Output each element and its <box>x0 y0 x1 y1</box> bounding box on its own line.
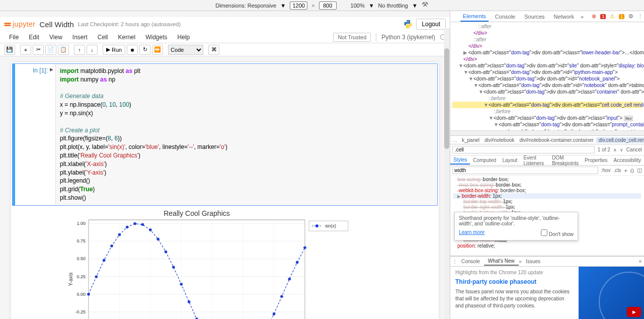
menu-cell[interactable]: Cell <box>93 32 113 42</box>
svg-point-32 <box>149 228 152 231</box>
tab-computed[interactable]: Computed <box>470 156 499 164</box>
copy-icon[interactable]: 📄 <box>45 45 56 55</box>
menu-kernel[interactable]: Kernel <box>113 32 141 42</box>
search-prev-icon[interactable]: ∧ <box>613 147 617 152</box>
tab-layout[interactable]: Layout <box>499 156 520 164</box>
save-icon[interactable]: 💾 <box>4 45 15 55</box>
move-down-icon[interactable]: ↓ <box>87 45 98 55</box>
cut-icon[interactable]: ✂ <box>33 45 44 55</box>
dom-tree[interactable]: ::after</div>::after</div>▶<dom-attr">cl… <box>450 22 644 130</box>
new-style-icon[interactable]: + <box>624 168 627 174</box>
svg-text:Y-axis: Y-axis <box>68 272 73 286</box>
youtube-play-icon[interactable]: ▶ <box>627 307 641 317</box>
menu-help[interactable]: Help <box>173 32 195 42</box>
restart-icon[interactable]: ↻ <box>139 45 150 55</box>
tab-elements[interactable]: Elements <box>460 12 489 22</box>
breadcrumb-item[interactable]: div#notebook-container.container <box>517 137 596 143</box>
drawer: ⋮ Console What's New × Issues × Highligh… <box>450 256 644 319</box>
stop-icon[interactable]: ■ <box>127 45 138 55</box>
dom-breadcrumb[interactable]: …k_paneldiv#notebookdiv#notebook-contain… <box>450 135 644 144</box>
prompt-area: In [1]: ▶ <box>15 64 55 205</box>
dim-x: × <box>311 3 314 9</box>
menu-insert[interactable]: Insert <box>67 32 93 42</box>
warning-icon[interactable]: ⚠ <box>610 13 615 20</box>
tab-dom-breakpoints[interactable]: DOM Breakpoints <box>549 154 582 167</box>
svg-point-41 <box>280 295 283 298</box>
drawer-menu-icon[interactable]: ⋮ <box>452 259 457 264</box>
print-icon[interactable]: ⎙ <box>630 168 634 174</box>
celltype-select[interactable]: Code <box>168 45 203 55</box>
menu-view[interactable]: View <box>44 32 67 42</box>
tab-styles[interactable]: Styles <box>450 156 470 165</box>
tab-accessibility[interactable]: Accessibility <box>611 156 644 164</box>
scrollbar[interactable] <box>444 28 450 319</box>
styles-filter-input[interactable] <box>452 167 598 174</box>
breadcrumb-item[interactable]: div.cell.code_cell.rendered.selected <box>596 137 644 143</box>
dom-search-input[interactable] <box>452 146 595 153</box>
hov-toggle[interactable]: :hov <box>601 168 611 173</box>
run-cell-icon[interactable]: ▶ <box>50 67 53 72</box>
svg-rect-2 <box>89 220 305 319</box>
settings-icon[interactable]: ⚙ <box>628 13 633 20</box>
notebook-container[interactable]: In [1]: ▶ import matplotlib.pyplot as pl… <box>0 56 450 319</box>
search-cancel[interactable]: Cancel <box>626 147 642 152</box>
throttle-select[interactable]: No throttling <box>378 3 408 9</box>
restart-run-icon[interactable]: ⏩ <box>152 45 163 55</box>
tab-properties[interactable]: Properties <box>582 156 611 164</box>
dimensions-label[interactable]: Dimensions: Responsive <box>215 3 276 9</box>
svg-point-26 <box>103 259 106 262</box>
width-input[interactable] <box>290 2 307 10</box>
styles-filter-bar: :hov .cls + ⎙ ◫ <box>450 166 644 176</box>
dont-show-checkbox[interactable] <box>541 229 547 236</box>
add-cell-icon[interactable]: + <box>20 45 31 55</box>
rotate-icon[interactable] <box>422 2 429 9</box>
video-thumbnail[interactable]: ▶ <box>579 267 644 319</box>
drawer-tab-whatsnew[interactable]: What's New <box>484 257 519 266</box>
jupyter-logo[interactable]: jupyter <box>4 20 36 28</box>
whatsnew-highlight: Highlights from the Chrome 120 update <box>455 270 574 275</box>
computed-styles-icon[interactable]: ◫ <box>637 167 642 174</box>
breadcrumb-item[interactable]: div#notebook <box>482 137 517 143</box>
svg-point-0 <box>407 21 407 21</box>
code-editor[interactable]: import matplotlib.pyplot as plt import n… <box>55 64 437 205</box>
error-icon[interactable]: ⊗ <box>592 13 596 20</box>
command-palette-icon[interactable]: ⌘ <box>208 45 219 55</box>
kernel-label[interactable]: Python 3 (ipykernel) <box>381 34 435 41</box>
paste-icon[interactable]: 📋 <box>58 45 69 55</box>
tab-console[interactable]: Console <box>493 12 518 21</box>
run-button[interactable]: ▶ Run <box>103 45 125 55</box>
more-tabs-icon[interactable]: » <box>581 14 584 20</box>
tab-events[interactable]: Event Listeners <box>520 154 549 167</box>
menu-widgets[interactable]: Widgets <box>140 32 172 42</box>
menu-edit[interactable]: Edit <box>24 32 44 42</box>
svg-point-37 <box>188 300 191 303</box>
svg-point-36 <box>180 283 183 286</box>
tab-sources[interactable]: Sources <box>522 12 547 21</box>
jupyter-header: jupyter Cell Width Last Checkpoint: 2 ho… <box>0 17 450 31</box>
dom-scrollbar[interactable] <box>450 130 644 135</box>
svg-text:0.25: 0.25 <box>76 274 86 279</box>
search-next-icon[interactable]: ∨ <box>620 147 623 152</box>
cls-toggle[interactable]: .cls <box>614 168 621 173</box>
move-up-icon[interactable]: ↑ <box>74 45 85 55</box>
breadcrumb-item[interactable]: k_panel <box>459 137 482 143</box>
logout-button[interactable]: Logout <box>416 19 446 30</box>
drawer-close-icon[interactable]: × <box>638 258 642 265</box>
styles-panel[interactable]: box-sizing: border-box;-moz-box-sizing: … <box>450 176 644 256</box>
svg-text:0.75: 0.75 <box>76 238 86 244</box>
height-input[interactable] <box>319 2 337 10</box>
drawer-tab-console[interactable]: Console <box>457 258 484 265</box>
devtools-panel: Elements Console Sources Network » ⊗3 ⚠1… <box>450 11 644 319</box>
svg-text:Really Cool Graphics: Really Cool Graphics <box>164 209 230 217</box>
drawer-tab-issues[interactable]: Issues <box>522 258 544 265</box>
learn-more-link[interactable]: Learn more <box>459 229 485 235</box>
notebook-title[interactable]: Cell Width <box>40 20 74 29</box>
more-icon[interactable]: ⋮ <box>637 13 643 20</box>
code-cell[interactable]: In [1]: ▶ import matplotlib.pyplot as pl… <box>12 63 438 206</box>
menu-file[interactable]: File <box>4 32 24 42</box>
tab-network[interactable]: Network <box>551 12 577 21</box>
svg-point-28 <box>118 233 121 236</box>
zoom-select[interactable]: 100% <box>351 3 365 9</box>
svg-text:-0.25: -0.25 <box>75 309 86 314</box>
not-trusted-button[interactable]: Not Trusted <box>333 33 371 42</box>
